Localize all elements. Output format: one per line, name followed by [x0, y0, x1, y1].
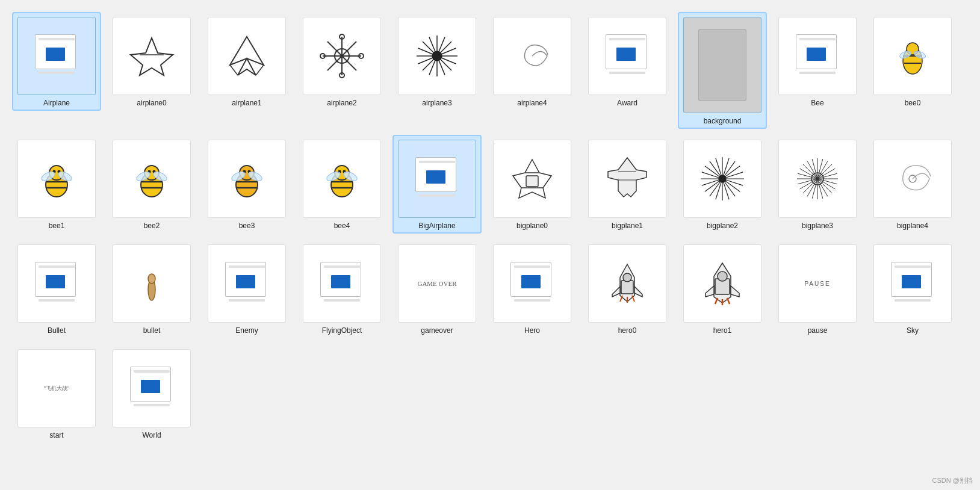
svg-point-122 [623, 273, 631, 282]
svg-rect-121 [621, 281, 633, 294]
icon-box-bee4 [303, 140, 381, 218]
icon-box-airplane3 [398, 17, 476, 95]
svg-point-124 [718, 271, 727, 281]
icon-box-bullet [113, 244, 191, 323]
icon-box-airplane1 [208, 17, 286, 95]
file-label-Sky: Sky [907, 326, 919, 335]
file-label-bigplane1: bigplane1 [612, 222, 643, 230]
file-item-Award[interactable]: Award [583, 12, 672, 111]
file-item-bee2[interactable]: bee2 [107, 135, 196, 234]
svg-point-120 [148, 274, 155, 284]
file-item-bigplane4[interactable]: bigplane4 [868, 135, 957, 234]
file-item-Enemy[interactable]: Enemy [202, 240, 291, 338]
file-item-hero1[interactable]: hero1 [678, 240, 767, 338]
file-item-BigAirplane[interactable]: BigAirplane [392, 135, 482, 234]
file-label-bigplane3: bigplane3 [802, 222, 833, 230]
file-label-airplane1: airplane1 [232, 99, 261, 107]
file-label-airplane4: airplane4 [517, 99, 547, 107]
file-label-background: background [704, 117, 742, 125]
icon-box-hero1 [683, 244, 761, 323]
icon-box-bee3 [208, 140, 286, 218]
file-label-pause: pause [808, 326, 828, 335]
file-item-airplane2[interactable]: airplane2 [297, 12, 386, 111]
file-grid: Airplaneairplane0airplane1airplane2airpl… [12, 12, 968, 443]
file-label-airplane3: airplane3 [422, 99, 451, 107]
file-label-FlyingObject: FlyingObject [322, 326, 362, 335]
file-item-Hero[interactable]: Hero [488, 240, 577, 338]
file-label-gameover: gameover [421, 326, 453, 335]
icon-box-Sky [873, 244, 952, 323]
file-item-bee0[interactable]: bee0 [868, 12, 957, 111]
svg-line-3 [230, 65, 238, 75]
file-label-Award: Award [617, 99, 637, 107]
file-label-bigplane2: bigplane2 [707, 222, 738, 230]
file-label-BigAirplane: BigAirplane [418, 222, 455, 230]
file-item-Airplane[interactable]: Airplane [12, 12, 101, 111]
icon-box-pause: PAUSE [778, 244, 857, 323]
file-item-hero0[interactable]: hero0 [583, 240, 672, 338]
file-label-start: start [49, 431, 63, 439]
file-item-bigplane0[interactable]: bigplane0 [488, 135, 577, 234]
icon-box-bee1 [17, 140, 96, 218]
file-item-airplane1[interactable]: airplane1 [202, 12, 291, 111]
svg-marker-1 [230, 37, 264, 65]
file-item-bullet[interactable]: bullet [107, 240, 196, 338]
icon-box-airplane0 [113, 17, 191, 95]
file-label-Hero: Hero [524, 326, 540, 335]
icon-box-Award [588, 17, 666, 95]
file-item-airplane3[interactable]: airplane3 [392, 12, 482, 111]
icon-box-bigplane4 [873, 140, 952, 218]
file-item-Bullet[interactable]: Bullet [12, 240, 101, 338]
svg-line-4 [256, 65, 264, 75]
watermark: CSDN @别挡 [932, 476, 973, 485]
file-item-gameover[interactable]: GAME OVERgameover [392, 240, 482, 338]
file-item-Sky[interactable]: Sky [868, 240, 957, 338]
file-item-start[interactable]: "飞机大战"start [12, 344, 101, 443]
file-item-bee1[interactable]: bee1 [12, 135, 101, 234]
file-label-Enemy: Enemy [235, 326, 258, 335]
file-item-bee4[interactable]: bee4 [297, 135, 386, 234]
file-label-bee3: bee3 [239, 222, 255, 230]
icon-box-start: "飞机大战" [17, 349, 96, 427]
file-item-bigplane3[interactable]: bigplane3 [773, 135, 862, 234]
file-item-FlyingObject[interactable]: FlyingObject [297, 240, 386, 338]
file-label-bee1: bee1 [49, 222, 65, 230]
icon-box-bee2 [113, 140, 191, 218]
file-label-airplane2: airplane2 [327, 99, 356, 107]
file-label-bee2: bee2 [144, 222, 160, 230]
file-item-Bee[interactable]: Bee [773, 12, 862, 111]
icon-box-bigplane1 [588, 140, 666, 218]
file-label-airplane0: airplane0 [137, 99, 166, 107]
icon-box-Enemy [208, 244, 286, 323]
file-label-hero0: hero0 [618, 326, 637, 335]
file-item-airplane0[interactable]: airplane0 [107, 12, 196, 111]
file-item-background[interactable]: background [678, 12, 767, 129]
icon-box-Hero [493, 244, 571, 323]
file-item-World[interactable]: World [107, 344, 196, 443]
icon-box-bigplane0 [493, 140, 571, 218]
icon-box-bee0 [873, 17, 952, 95]
icon-box-World [113, 349, 191, 427]
file-item-pause[interactable]: PAUSEpause [773, 240, 862, 338]
icon-box-Bullet [17, 244, 96, 323]
file-label-Bee: Bee [811, 99, 823, 107]
file-item-bee3[interactable]: bee3 [202, 135, 291, 234]
icon-box-Airplane [17, 17, 96, 95]
file-label-hero1: hero1 [713, 326, 732, 335]
svg-rect-71 [526, 176, 538, 187]
icon-box-bigplane2 [683, 140, 761, 218]
icon-box-gameover: GAME OVER [398, 244, 476, 323]
icon-box-bigplane3 [778, 140, 857, 218]
svg-point-30 [432, 51, 442, 61]
file-item-bigplane2[interactable]: bigplane2 [678, 135, 767, 234]
icon-box-background [683, 17, 761, 113]
icon-box-airplane4 [493, 17, 571, 95]
file-label-bee0: bee0 [905, 99, 921, 107]
file-label-bigplane4: bigplane4 [897, 222, 928, 230]
icon-box-hero0 [588, 244, 666, 323]
icon-box-FlyingObject [303, 244, 381, 323]
file-label-bigplane0: bigplane0 [516, 222, 548, 230]
file-item-airplane4[interactable]: airplane4 [488, 12, 577, 111]
file-label-bee4: bee4 [334, 222, 350, 230]
file-item-bigplane1[interactable]: bigplane1 [583, 135, 672, 234]
